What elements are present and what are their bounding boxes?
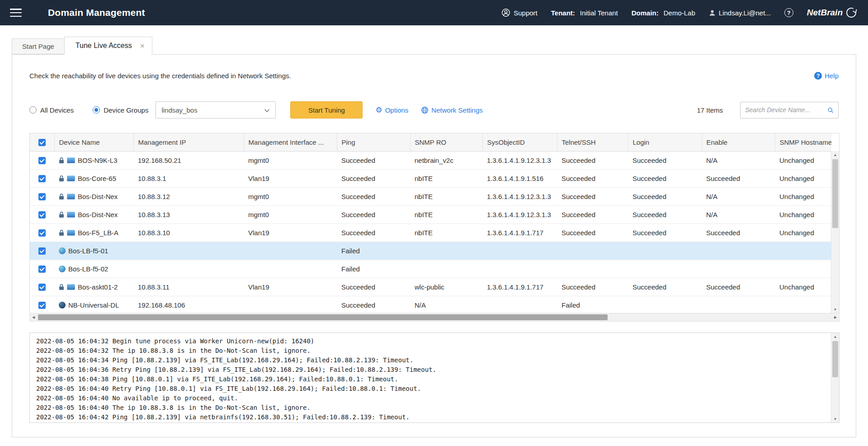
cell-login: Succeeded	[628, 151, 702, 169]
cell-login: Succeeded	[628, 223, 702, 242]
cell-mgmt-if	[244, 296, 337, 313]
cell-mgmt-if: mgmt0	[244, 151, 337, 169]
domain-value: Demo-Lab	[664, 9, 695, 17]
scroll-up-arrow-icon[interactable]: ▲	[831, 151, 839, 158]
panel-description: Check the reachability of live devices u…	[29, 72, 291, 80]
tab-start-page[interactable]: Start Page	[12, 38, 65, 54]
table-vertical-scrollbar-thumb[interactable]	[832, 159, 838, 228]
device-search-box[interactable]	[740, 102, 839, 119]
column-header[interactable]: Management IP	[133, 133, 244, 151]
cell-mgmt-ip: 192.168.50.21	[133, 151, 244, 169]
cell-enable: N/A	[702, 151, 775, 169]
table-row[interactable]: Bos-F5_LB-A10.88.3.10Vlan19SucceedednbIT…	[30, 223, 831, 242]
tab-bar: Start Page Tune Live Access ×	[12, 36, 856, 54]
help-icon[interactable]: ?	[784, 8, 793, 17]
log-vertical-scrollbar[interactable]: ▲ ▼	[831, 333, 839, 422]
radio-device-groups[interactable]: Device Groups	[93, 106, 148, 114]
table-horizontal-scrollbar-thumb[interactable]	[38, 314, 608, 320]
log-line: 2022-08-05 16:04:40 The ip 10.88.3.8 is …	[36, 403, 826, 413]
column-header[interactable]: SNMP Hostname	[775, 133, 831, 151]
cell-device-name: Bos-Dist-Nex	[54, 187, 133, 205]
cell-telnet-ssh: Succeeded	[557, 205, 628, 223]
cell-login: Succeeded	[628, 278, 702, 296]
select-all-checkbox[interactable]	[38, 139, 46, 146]
options-button[interactable]: ⚙ Options	[375, 106, 408, 114]
radio-all-devices[interactable]: All Devices	[29, 106, 74, 114]
radio-all-devices-circle-icon[interactable]	[29, 106, 37, 114]
search-input[interactable]	[745, 106, 827, 114]
cell-snmp-hostname: Unchanged	[775, 223, 831, 242]
table-header-row: Device NameManagement IPManagement Inter…	[30, 133, 831, 151]
table-row[interactable]: BOS-N9K-L3192.168.50.21mgmt0Succeedednet…	[30, 151, 831, 169]
device-group-select[interactable]: lindsay_bos	[156, 101, 276, 119]
row-checkbox[interactable]	[38, 247, 46, 255]
cell-sysobjectid: 1.3.6.1.4.1.9.12.3.1.3	[482, 151, 557, 169]
column-header[interactable]: Ping	[337, 133, 410, 151]
user-icon	[709, 9, 716, 16]
device-name: BOS-N9K-L3	[78, 157, 118, 164]
cell-mgmt-if: Vlan19	[244, 169, 337, 187]
row-checkbox[interactable]	[38, 211, 46, 218]
cell-snmp-ro: wlc-public	[410, 278, 482, 296]
cell-mgmt-if: mgmt0	[244, 205, 337, 223]
log-lines: 2022-08-05 16:04:32 Begin tune process v…	[36, 337, 826, 422]
row-checkbox[interactable]	[38, 302, 46, 309]
cell-device-name: Bos-LB-f5-01	[54, 242, 133, 260]
row-checkbox[interactable]	[38, 266, 46, 273]
cell-snmp-ro: nbITE	[410, 187, 482, 205]
scroll-down-arrow-icon[interactable]: ▼	[831, 306, 839, 313]
cell-telnet-ssh: Succeeded	[557, 169, 628, 187]
row-checkbox[interactable]	[38, 175, 46, 182]
tune-log-output: 2022-08-05 16:04:32 Begin tune process v…	[29, 332, 840, 423]
start-tuning-button[interactable]: Start Tuning	[290, 101, 363, 119]
table-vertical-scrollbar[interactable]: ▲ ▼	[831, 151, 839, 313]
network-settings-button[interactable]: Network Settings	[421, 106, 482, 114]
row-checkbox[interactable]	[38, 229, 46, 237]
cell-mgmt-ip	[133, 242, 244, 260]
cell-device-name: Bos-askt01-2	[54, 278, 133, 296]
table-row[interactable]: Bos-Dist-Nex10.88.3.12mgmt0SucceedednbIT…	[30, 187, 831, 205]
cell-device-name: Bos-F5_LB-A	[54, 223, 133, 242]
log-vertical-scrollbar-thumb[interactable]	[832, 341, 838, 377]
table-row[interactable]: Bos-LB-f5-01Failed	[30, 242, 831, 260]
table-row[interactable]: NB-Universal-DL192.168.48.106SucceededN/…	[30, 296, 831, 313]
column-header[interactable]: SNMP RO	[410, 133, 482, 151]
search-icon[interactable]	[827, 106, 834, 114]
cell-snmp-ro: N/A	[410, 296, 482, 313]
scroll-left-arrow-icon[interactable]: ◀	[30, 313, 37, 321]
column-header[interactable]: Login	[628, 133, 702, 151]
table-row[interactable]: Bos-Core-6510.88.3.1Vlan19SucceedednbITE…	[30, 169, 831, 187]
cell-mgmt-ip: 10.88.3.1	[133, 169, 244, 187]
column-header[interactable]: Enable	[702, 133, 775, 151]
close-tab-icon[interactable]: ×	[140, 42, 145, 50]
column-header[interactable]: Device Name	[54, 133, 133, 151]
cell-mgmt-ip: 10.88.3.11	[133, 278, 244, 296]
user-menu[interactable]: Lindsay.Li@net...	[709, 9, 771, 17]
hamburger-menu-icon[interactable]	[10, 9, 22, 17]
log-scroll-down-arrow-icon[interactable]: ▼	[831, 415, 839, 422]
cell-device-name: BOS-N9K-L3	[54, 151, 133, 169]
cell-ping: Failed	[337, 260, 410, 278]
tenant-label: Tenant:	[551, 9, 575, 17]
help-link[interactable]: ? Help	[814, 72, 839, 80]
column-header[interactable]: SysObjectID	[482, 133, 557, 151]
row-checkbox[interactable]	[38, 193, 46, 200]
table-horizontal-scrollbar[interactable]: ◀ ▶	[29, 313, 840, 322]
row-checkbox[interactable]	[38, 157, 46, 164]
radio-device-groups-circle-icon[interactable]	[93, 106, 100, 114]
scroll-right-arrow-icon[interactable]: ▶	[832, 313, 839, 321]
table-row[interactable]: Bos-askt01-210.88.3.11Vlan19Succeededwlc…	[30, 278, 831, 296]
column-header[interactable]: Management Interface ...	[244, 133, 337, 151]
tab-tune-live-access[interactable]: Tune Live Access ×	[64, 37, 152, 55]
table-row[interactable]: Bos-LB-f5-02Failed	[30, 260, 831, 278]
cell-telnet-ssh: Succeeded	[557, 223, 628, 242]
log-scroll-up-arrow-icon[interactable]: ▲	[831, 333, 839, 340]
column-header[interactable]: Telnet/SSH	[557, 133, 628, 151]
cell-ping: Failed	[337, 242, 410, 260]
table-row[interactable]: Bos-Dist-Nex10.88.3.13mgmt0SucceedednbIT…	[30, 205, 831, 223]
row-checkbox[interactable]	[38, 284, 46, 291]
cell-telnet-ssh	[557, 260, 628, 278]
cell-snmp-hostname: Unchanged	[775, 205, 831, 223]
top-navigation-bar: Domain Management Support Tenant: Initia…	[0, 0, 868, 25]
support-link[interactable]: Support	[501, 8, 538, 17]
